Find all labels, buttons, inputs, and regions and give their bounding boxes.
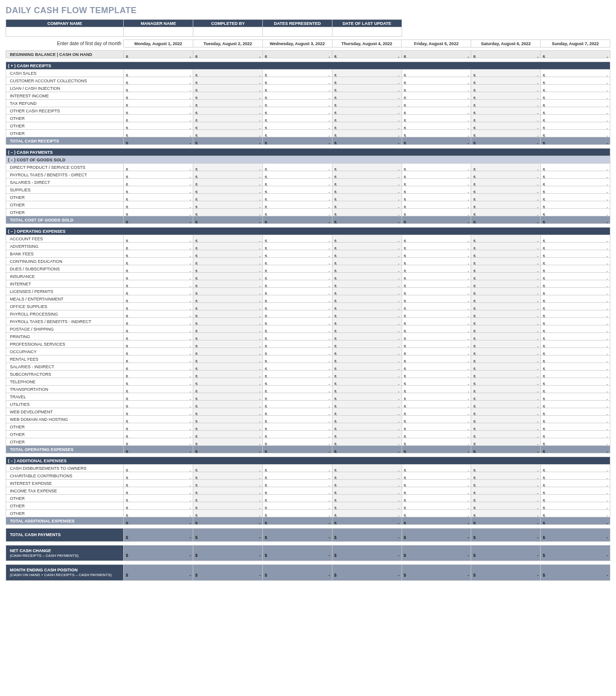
- money-cell[interactable]: $-: [541, 487, 610, 495]
- money-cell[interactable]: $-: [193, 243, 263, 250]
- money-cell[interactable]: $-: [402, 130, 471, 137]
- money-cell[interactable]: $-: [193, 122, 263, 130]
- money-cell[interactable]: $-: [471, 295, 541, 303]
- money-cell[interactable]: $-: [193, 280, 263, 288]
- money-cell[interactable]: $-: [193, 77, 263, 85]
- money-cell[interactable]: $-: [193, 408, 263, 416]
- money-cell[interactable]: $-: [193, 480, 263, 487]
- money-cell[interactable]: $-: [541, 186, 610, 194]
- money-cell[interactable]: $-: [263, 431, 332, 438]
- money-cell[interactable]: $-: [193, 502, 263, 510]
- money-cell[interactable]: $-: [263, 209, 332, 216]
- money-cell[interactable]: $-: [263, 194, 332, 201]
- money-cell[interactable]: $-: [332, 107, 402, 115]
- info-input[interactable]: [124, 27, 193, 37]
- money-cell[interactable]: $-: [124, 92, 193, 100]
- money-cell[interactable]: $-: [124, 318, 193, 325]
- money-cell[interactable]: $-: [541, 70, 610, 77]
- money-cell[interactable]: $-: [332, 325, 402, 333]
- money-cell[interactable]: $-: [402, 250, 471, 258]
- money-cell[interactable]: $-: [332, 77, 402, 85]
- money-cell[interactable]: $-: [193, 115, 263, 122]
- money-cell[interactable]: $-: [402, 438, 471, 446]
- money-cell[interactable]: $-: [263, 310, 332, 318]
- money-cell[interactable]: $-: [193, 295, 263, 303]
- money-cell[interactable]: $-: [332, 371, 402, 378]
- money-cell[interactable]: $-: [124, 408, 193, 416]
- money-cell[interactable]: $-: [471, 401, 541, 408]
- money-cell[interactable]: $-: [193, 209, 263, 216]
- money-cell[interactable]: $-: [541, 243, 610, 250]
- money-cell[interactable]: $-: [541, 130, 610, 137]
- money-cell[interactable]: $-: [263, 250, 332, 258]
- money-cell[interactable]: $-: [541, 179, 610, 186]
- money-cell[interactable]: $-: [124, 333, 193, 340]
- money-cell[interactable]: $-: [263, 480, 332, 487]
- money-cell[interactable]: $-: [471, 164, 541, 171]
- money-cell[interactable]: $-: [193, 510, 263, 517]
- money-cell[interactable]: $-: [332, 51, 402, 58]
- money-cell[interactable]: $-: [402, 122, 471, 130]
- money-cell[interactable]: $-: [124, 340, 193, 348]
- money-cell[interactable]: $-: [541, 502, 610, 510]
- money-cell[interactable]: $-: [124, 243, 193, 250]
- money-cell[interactable]: $-: [402, 386, 471, 393]
- money-cell[interactable]: $-: [124, 265, 193, 273]
- money-cell[interactable]: $-: [193, 333, 263, 340]
- money-cell[interactable]: $-: [124, 235, 193, 243]
- money-cell[interactable]: $-: [402, 288, 471, 295]
- money-cell[interactable]: $-: [402, 235, 471, 243]
- money-cell[interactable]: $-: [402, 115, 471, 122]
- money-cell[interactable]: $-: [471, 333, 541, 340]
- money-cell[interactable]: $-: [541, 386, 610, 393]
- money-cell[interactable]: $-: [332, 356, 402, 363]
- money-cell[interactable]: $-: [402, 77, 471, 85]
- money-cell[interactable]: $-: [124, 115, 193, 122]
- money-cell[interactable]: $-: [541, 288, 610, 295]
- money-cell[interactable]: $-: [471, 371, 541, 378]
- money-cell[interactable]: $-: [402, 92, 471, 100]
- money-cell[interactable]: $-: [471, 115, 541, 122]
- money-cell[interactable]: $-: [402, 416, 471, 423]
- money-cell[interactable]: $-: [124, 393, 193, 401]
- money-cell[interactable]: $-: [402, 348, 471, 356]
- money-cell[interactable]: $-: [124, 194, 193, 201]
- money-cell[interactable]: $-: [541, 371, 610, 378]
- money-cell[interactable]: $-: [332, 288, 402, 295]
- money-cell[interactable]: $-: [124, 465, 193, 472]
- money-cell[interactable]: $-: [541, 472, 610, 480]
- money-cell[interactable]: $-: [263, 77, 332, 85]
- money-cell[interactable]: $-: [541, 333, 610, 340]
- money-cell[interactable]: $-: [193, 51, 263, 58]
- money-cell[interactable]: $-: [263, 107, 332, 115]
- money-cell[interactable]: $-: [332, 92, 402, 100]
- money-cell[interactable]: $-: [541, 280, 610, 288]
- money-cell[interactable]: $-: [193, 495, 263, 502]
- money-cell[interactable]: $-: [402, 472, 471, 480]
- money-cell[interactable]: $-: [263, 92, 332, 100]
- money-cell[interactable]: $-: [471, 273, 541, 280]
- money-cell[interactable]: $-: [541, 423, 610, 431]
- money-cell[interactable]: $-: [193, 465, 263, 472]
- money-cell[interactable]: $-: [193, 107, 263, 115]
- money-cell[interactable]: $-: [541, 209, 610, 216]
- money-cell[interactable]: $-: [402, 258, 471, 265]
- money-cell[interactable]: $-: [471, 77, 541, 85]
- date-header[interactable]: Monday, August 1, 2022: [124, 40, 193, 47]
- money-cell[interactable]: $-: [471, 209, 541, 216]
- money-cell[interactable]: $-: [263, 303, 332, 310]
- money-cell[interactable]: $-: [332, 502, 402, 510]
- money-cell[interactable]: $-: [124, 386, 193, 393]
- money-cell[interactable]: $-: [541, 273, 610, 280]
- money-cell[interactable]: $-: [471, 201, 541, 209]
- money-cell[interactable]: $-: [332, 201, 402, 209]
- money-cell[interactable]: $-: [541, 318, 610, 325]
- money-cell[interactable]: $-: [193, 85, 263, 92]
- money-cell[interactable]: $-: [332, 70, 402, 77]
- money-cell[interactable]: $-: [541, 480, 610, 487]
- money-cell[interactable]: $-: [471, 465, 541, 472]
- money-cell[interactable]: $-: [541, 465, 610, 472]
- money-cell[interactable]: $-: [471, 416, 541, 423]
- money-cell[interactable]: $-: [263, 130, 332, 137]
- money-cell[interactable]: $-: [193, 401, 263, 408]
